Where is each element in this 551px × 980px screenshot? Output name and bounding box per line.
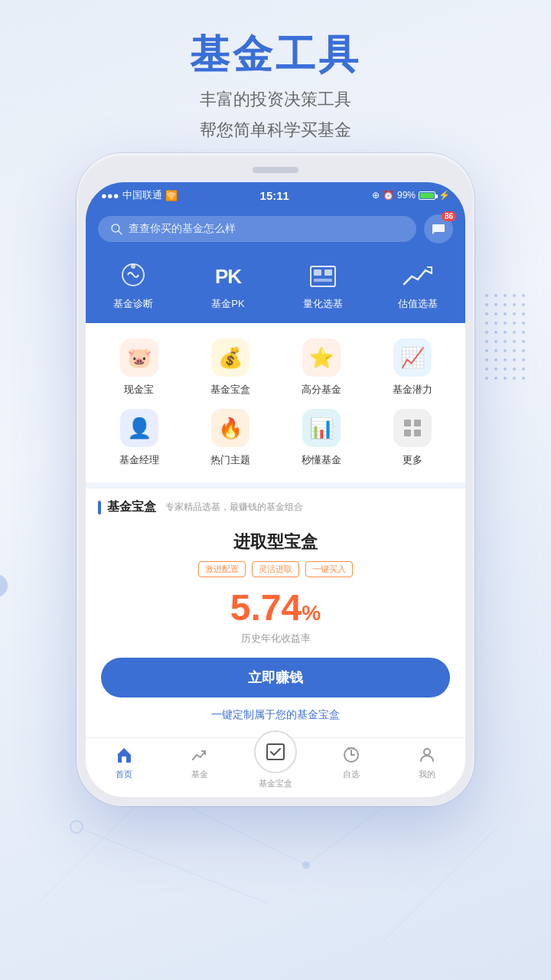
tag-row: 激进配置 灵活进取 一键买入	[101, 561, 450, 577]
link-text[interactable]: 一键定制属于您的基金宝盒	[101, 708, 450, 722]
grid-row-1: 🐷 现金宝 💰 基金宝盒 ⭐ 高分基金 📈 基金潜力	[86, 335, 465, 406]
message-button[interactable]: 86	[424, 214, 453, 243]
tab-baohe-label: 基金宝盒	[259, 778, 292, 789]
valuation-icon	[398, 260, 438, 292]
section-title: 基金宝盒	[107, 499, 156, 515]
nav-item-diagnosis[interactable]: 基金诊断	[86, 260, 181, 311]
gaofenjijin-icon: ⭐	[302, 338, 341, 377]
grid-item-xianjinbao[interactable]: 🐷 现金宝	[99, 338, 179, 397]
svg-rect-22	[414, 430, 421, 436]
svg-rect-15	[311, 266, 335, 286]
svg-rect-16	[314, 270, 321, 276]
nav-item-quantitative[interactable]: 量化选基	[276, 260, 370, 311]
tab-watchlist-label: 自选	[343, 769, 360, 780]
grid-item-gaofenjijin[interactable]: ⭐ 高分基金	[281, 338, 361, 397]
watchlist-icon	[341, 744, 362, 766]
search-placeholder: 查查你买的基金怎么样	[129, 222, 236, 236]
card-title: 进取型宝盒	[101, 531, 450, 554]
cta-button[interactable]: 立即赚钱	[101, 658, 450, 697]
pk-icon: PK	[208, 260, 248, 292]
fund-icon	[189, 744, 210, 766]
quantitative-icon	[303, 260, 343, 292]
rate-value: 5.74%	[101, 588, 450, 629]
tab-mine-label: 我的	[419, 769, 435, 780]
page-header: 基金工具 丰富的投资决策工具 帮您简单科学买基金	[0, 0, 551, 161]
svg-rect-18	[314, 279, 332, 282]
grid-item-hottheme[interactable]: 🔥 热门主题	[190, 409, 270, 467]
grid-item-miaodongjijin[interactable]: 📊 秒懂基金	[281, 409, 361, 467]
svg-rect-23	[122, 756, 126, 763]
tab-mine[interactable]: 我的	[390, 744, 465, 789]
svg-rect-19	[404, 420, 411, 426]
tab-fund-label: 基金	[191, 769, 208, 780]
status-bar: ●●● 中国联通 🛜 15:11 ⊕ ⏰ 99% ⚡	[86, 182, 465, 207]
rate-label: 历史年化收益率	[101, 632, 450, 645]
svg-line-12	[119, 231, 122, 234]
svg-point-30	[424, 749, 430, 755]
phone-mockup: ●●● 中国联通 🛜 15:11 ⊕ ⏰ 99% ⚡	[77, 153, 474, 806]
svg-rect-24	[267, 744, 284, 760]
hottheme-icon: 🔥	[211, 409, 249, 447]
jijinbaohe-icon: 💰	[211, 338, 249, 377]
dots-decoration	[482, 291, 528, 386]
svg-line-4	[383, 827, 497, 942]
search-icon	[110, 223, 122, 235]
section-desc: 专家精品选基，最赚钱的基金组合	[165, 501, 303, 514]
diagnosis-icon	[113, 260, 153, 292]
grid-item-more[interactable]: 更多	[372, 409, 452, 467]
svg-rect-17	[324, 270, 332, 276]
nav-item-valuation[interactable]: 估值选基	[370, 260, 465, 311]
jijinqianli-icon: 📈	[393, 338, 432, 377]
tag-0: 激进配置	[198, 561, 246, 577]
top-nav: 基金诊断 PK 基金PK	[86, 253, 465, 323]
bottom-tab-bar: 首页 基金	[86, 737, 465, 797]
tag-1: 灵活进取	[252, 561, 299, 577]
jijinjingli-icon: 👤	[120, 409, 158, 447]
home-icon	[113, 744, 135, 766]
grid-item-jiijinbaohe[interactable]: 💰 基金宝盒	[190, 338, 270, 397]
card-content: 进取型宝盒 激进配置 灵活进取 一键买入 5.74% 历史年化收益率 立即赚钱 …	[86, 523, 465, 737]
message-badge: 86	[442, 211, 456, 221]
tag-2: 一键买入	[305, 561, 353, 577]
page-subtitle: 丰富的投资决策工具 帮您简单科学买基金	[0, 84, 551, 145]
svg-point-14	[131, 264, 135, 269]
svg-rect-21	[404, 430, 411, 436]
status-carrier: ●●● 中国联通 🛜	[101, 188, 178, 202]
section-header: 基金宝盒 专家精品选基，最赚钱的基金组合	[86, 482, 465, 523]
nav-item-pk[interactable]: PK 基金PK	[181, 260, 276, 311]
baohe-icon	[254, 730, 297, 773]
grid-item-jijinqianli[interactable]: 📈 基金潜力	[372, 338, 452, 397]
xianjinbao-icon: 🐷	[120, 338, 158, 377]
page-title: 基金工具	[0, 31, 551, 78]
tab-home[interactable]: 首页	[86, 744, 161, 789]
svg-point-6	[302, 861, 310, 869]
more-icon	[393, 409, 432, 447]
tab-home-label: 首页	[116, 769, 132, 780]
tab-baohe[interactable]: 基金宝盒	[237, 744, 313, 789]
status-right: ⊕ ⏰ 99% ⚡	[372, 190, 450, 201]
tab-fund[interactable]: 基金	[161, 744, 237, 789]
grid-item-jijinjingli[interactable]: 👤 基金经理	[99, 409, 179, 467]
status-time: 15:11	[260, 189, 289, 202]
section-bar	[98, 501, 101, 514]
svg-line-3	[77, 827, 268, 903]
tab-watchlist[interactable]: 自选	[314, 744, 390, 789]
svg-rect-20	[414, 420, 421, 426]
grid-section: 🐷 现金宝 💰 基金宝盒 ⭐ 高分基金 📈 基金潜力	[86, 323, 465, 482]
svg-rect-10	[482, 291, 528, 383]
message-icon	[431, 221, 446, 237]
grid-row-2: 👤 基金经理 🔥 热门主题 📊 秒懂基金	[86, 406, 465, 476]
mine-icon	[416, 744, 438, 766]
miaodongjijin-icon: 📊	[302, 409, 341, 447]
search-area: 查查你买的基金怎么样 86	[86, 207, 465, 253]
search-box[interactable]: 查查你买的基金怎么样	[98, 216, 416, 242]
